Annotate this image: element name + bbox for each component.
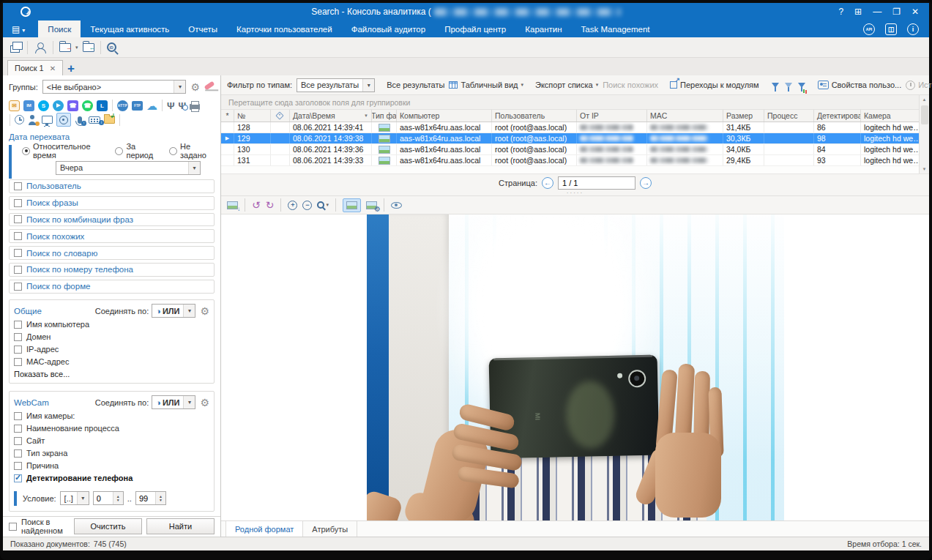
scrollbar-thumb[interactable] <box>921 105 928 124</box>
export-list-button[interactable]: Экспорт списка▾ <box>535 81 598 89</box>
common-item-mac[interactable]: MAC-адрес <box>14 356 209 368</box>
radio-period[interactable] <box>115 147 123 155</box>
tab-native-format[interactable]: Родной формат <box>225 521 303 537</box>
gear-icon[interactable]: ⚙ <box>200 397 209 408</box>
checkbox[interactable] <box>14 437 22 445</box>
checkbox-checked[interactable] <box>14 474 22 482</box>
webcam-item-camera-name[interactable]: Имя камеры: <box>14 410 209 422</box>
user-location-icon[interactable] <box>34 42 47 53</box>
monitor-icon[interactable] <box>42 116 53 124</box>
usb-search-icon[interactable]: Ψ <box>179 101 187 111</box>
checkbox[interactable] <box>14 215 22 223</box>
cloud-icon[interactable]: ☁ <box>146 100 157 111</box>
checkbox[interactable] <box>14 462 22 470</box>
clear-button[interactable]: Очистить <box>74 518 142 534</box>
find-button[interactable]: Найти <box>146 518 215 534</box>
filter-funnel-outline-icon[interactable] <box>785 83 792 88</box>
filetype-column-header[interactable]: Тип фа <box>372 110 397 122</box>
common-item-computer-name[interactable]: Имя компьютера <box>14 318 209 331</box>
rotate-left-icon[interactable]: ↺ <box>252 200 261 210</box>
eraser-icon[interactable] <box>204 81 215 90</box>
num-column-header[interactable]: № <box>234 110 271 122</box>
webcam-item-screen-type[interactable]: Тип экрана <box>14 447 209 460</box>
checkbox[interactable] <box>14 199 22 207</box>
tag-column-header[interactable] <box>271 110 290 122</box>
checkbox[interactable] <box>14 283 22 291</box>
spinner-arrows-icon[interactable]: ▲▼ <box>113 492 123 504</box>
search-in-found-label[interactable]: Поиск в найденном <box>21 518 70 535</box>
lync-icon[interactable]: L <box>97 100 108 111</box>
table-row-selected[interactable]: ▶ 129 08.06.2021 14:39:38 aas-w81x64ru.a… <box>221 133 919 144</box>
checkbox[interactable] <box>14 425 22 433</box>
panel-form-search[interactable]: Поиск по форме <box>9 280 215 294</box>
windows-cascade-icon[interactable] <box>10 45 20 53</box>
radio-relative-time[interactable] <box>22 147 30 155</box>
tab-quarantine[interactable]: Карантин <box>515 20 571 37</box>
checkbox[interactable] <box>14 449 22 458</box>
package-icon[interactable]: ◫ <box>885 23 897 35</box>
table-row[interactable]: 128 08.06.2021 14:39:41 aas-w81x64ru.aas… <box>221 122 919 133</box>
add-tab-button[interactable]: + <box>67 62 75 75</box>
table-row[interactable]: 130 08.06.2021 14:39:36 aas-w81x64ru.aas… <box>221 144 919 155</box>
radio-relative-label[interactable]: Относительное время <box>33 142 106 160</box>
period-select[interactable]: Вчера <box>56 161 201 175</box>
checkbox-search-in-found[interactable] <box>9 523 17 531</box>
panel-phrase-combo-search[interactable]: Поиск по комбинации фраз <box>9 213 215 227</box>
usb-icon[interactable]: Ψ <box>167 101 175 111</box>
panel-phrase-search[interactable]: Поиск фразы <box>9 196 215 210</box>
webcam-join-select[interactable]: ◑ИЛИ <box>152 395 195 409</box>
scroll-up-icon[interactable]: ▲ <box>922 95 927 104</box>
folder-export-icon[interactable]: → <box>59 43 71 52</box>
app-menu-button[interactable]: ▤ <box>3 20 32 37</box>
skype-icon[interactable]: S <box>38 100 49 111</box>
doc-tab-poisk-1[interactable]: Поиск 1 ✕ <box>7 60 63 75</box>
gear-icon[interactable]: ⚙ <box>190 82 200 92</box>
page-input[interactable] <box>558 176 635 190</box>
range-from-input[interactable] <box>94 492 113 504</box>
folder-import-icon[interactable]: ← <box>83 43 94 52</box>
checkbox[interactable] <box>14 346 22 354</box>
table-view-button[interactable]: Табличный вид▾ <box>449 81 523 89</box>
panel-phone-number-search[interactable]: Поиск по номеру телефона <box>9 263 215 277</box>
panel-similar-search[interactable]: Поиск похожих <box>9 229 215 243</box>
restore-button[interactable]: ❐ <box>892 7 901 17</box>
tab-profile-center[interactable]: Профайл центр <box>435 20 515 37</box>
checkbox[interactable] <box>14 333 22 341</box>
common-join-select[interactable]: ◑ИЛИ <box>152 304 195 318</box>
scroll-down-icon[interactable]: ▼ <box>922 165 927 173</box>
tab-poisk[interactable]: Поиск <box>38 20 81 37</box>
panel-user[interactable]: Пользователь <box>9 179 215 193</box>
viber-icon[interactable]: ☎ <box>67 100 78 111</box>
radio-not-set-label[interactable]: Не задано <box>180 142 215 160</box>
checkbox[interactable] <box>14 412 22 420</box>
user-activity-icon[interactable] <box>28 115 38 125</box>
tab-current-activity[interactable]: Текущая активность <box>81 20 179 37</box>
common-item-ip[interactable]: IP-адрес <box>14 343 209 356</box>
clock-icon[interactable] <box>15 115 24 124</box>
checkbox[interactable] <box>14 266 22 274</box>
rotate-right-icon[interactable]: ↻ <box>266 200 275 210</box>
date-column-header[interactable]: Дата\Время <box>290 110 372 122</box>
detected-column-header[interactable]: Детектирова <box>814 110 861 122</box>
show-all-link[interactable]: Показать все... <box>14 370 209 378</box>
mail-icon[interactable]: ✉ <box>9 100 20 111</box>
checkbox[interactable] <box>14 232 22 240</box>
telegram-icon[interactable] <box>53 100 64 111</box>
webcam-item-site[interactable]: Сайт <box>14 435 209 447</box>
eye-icon[interactable] <box>391 202 402 209</box>
type-filter-select[interactable]: Все результаты <box>297 78 375 92</box>
table-row[interactable]: 131 08.06.2021 14:39:33 aas-w81x64ru.aas… <box>221 155 919 166</box>
info-icon[interactable]: i <box>907 23 919 35</box>
webcam-icon-selected[interactable] <box>56 113 71 127</box>
range-from-spinner[interactable]: ▲▼ <box>93 491 124 505</box>
filter-funnel-icon[interactable] <box>772 83 779 88</box>
radio-not-set[interactable] <box>169 147 177 155</box>
radio-period-label[interactable]: За период <box>126 142 160 160</box>
chevron-down-icon[interactable]: ▾ <box>75 45 78 51</box>
zoom-out-icon[interactable]: − <box>302 201 312 210</box>
checkbox[interactable] <box>14 182 22 190</box>
star-column-header[interactable]: * <box>221 110 234 122</box>
size-column-header[interactable]: Размер <box>723 110 764 122</box>
all-results-button[interactable]: Все результаты <box>387 81 444 89</box>
zoom-select[interactable]: ▾ <box>317 201 329 209</box>
